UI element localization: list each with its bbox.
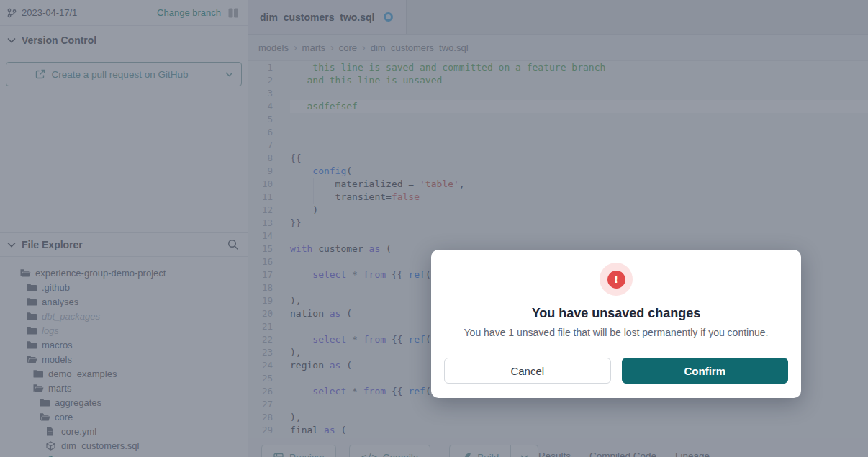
modal-message: You have 1 unsaved file that will be los…	[431, 327, 801, 338]
unsaved-changes-modal: ! You have unsaved changes You have 1 un…	[431, 250, 801, 398]
modal-actions: Cancel Confirm	[431, 358, 801, 384]
error-icon: !	[600, 263, 633, 296]
modal-title: You have unsaved changes	[431, 306, 801, 321]
cancel-button[interactable]: Cancel	[444, 358, 611, 384]
confirm-button[interactable]: Confirm	[622, 358, 789, 384]
exclamation-icon: !	[607, 271, 625, 289]
